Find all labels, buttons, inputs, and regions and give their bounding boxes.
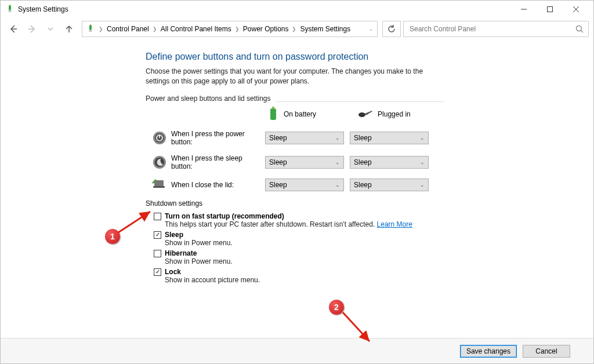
select-value: Sleep — [269, 181, 287, 189]
sleep-icon — [151, 155, 168, 169]
search-icon[interactable] — [575, 25, 584, 33]
column-label: Plugged in — [378, 110, 411, 118]
select-value: Sleep — [354, 134, 372, 142]
checkbox-desc: This helps start your PC faster after sh… — [165, 220, 377, 228]
battery-icon — [267, 107, 279, 122]
refresh-button[interactable] — [382, 21, 401, 37]
up-button[interactable] — [61, 21, 77, 37]
chevron-down-icon: ⌄ — [335, 182, 340, 188]
setting-row-power-button: When I press the power button: Sleep ⌄ S… — [146, 130, 447, 146]
chevron-down-icon: ⌄ — [420, 135, 425, 141]
sleep-button-battery-select[interactable]: Sleep ⌄ — [265, 156, 344, 169]
sleep-checkbox[interactable]: ✓ — [154, 231, 161, 239]
checkbox-lock: ✓ Lock Show in account picture menu. — [154, 268, 593, 284]
minimize-button[interactable] — [510, 1, 537, 17]
svg-line-11 — [581, 31, 584, 33]
fast-startup-checkbox[interactable] — [154, 213, 161, 220]
recent-locations-button[interactable] — [42, 21, 59, 37]
select-value: Sleep — [354, 181, 372, 189]
forward-button[interactable] — [24, 21, 40, 37]
chevron-down-icon: ⌄ — [420, 182, 425, 188]
breadcrumb-item[interactable]: All Control Panel Items — [161, 25, 231, 33]
svg-rect-1 — [9, 5, 10, 6]
save-button[interactable]: Save changes — [460, 345, 517, 358]
window-controls — [510, 1, 589, 17]
column-on-battery: On battery — [267, 107, 316, 122]
chevron-right-icon[interactable]: ❯ — [153, 26, 157, 32]
content-area: Define power buttons and turn on passwor… — [1, 41, 593, 363]
address-bar[interactable]: ❯ Control Panel ❯ All Control Panel Item… — [82, 21, 378, 37]
select-value: Sleep — [269, 134, 287, 142]
close-lid-battery-select[interactable]: Sleep ⌄ — [265, 179, 344, 191]
chevron-right-icon[interactable]: ❯ — [292, 26, 296, 32]
chevron-down-icon: ⌄ — [335, 135, 340, 141]
plug-icon — [357, 110, 373, 119]
svg-point-14 — [358, 112, 365, 117]
search-input[interactable] — [408, 24, 575, 34]
chevron-down-icon: ⌄ — [420, 159, 425, 165]
chevron-down-icon: ⌄ — [335, 159, 340, 165]
hibernate-checkbox[interactable] — [154, 250, 161, 257]
checkbox-desc: Show in Power menu. — [165, 239, 233, 247]
checkbox-desc: Show in account picture menu. — [165, 276, 260, 284]
checkbox-title: Turn on fast startup (recommended) — [165, 212, 412, 220]
svg-rect-12 — [270, 108, 276, 120]
close-button[interactable] — [563, 1, 589, 17]
learn-more-link[interactable]: Learn More — [377, 220, 412, 228]
cancel-label: Cancel — [535, 347, 557, 355]
checkbox-title: Hibernate — [165, 249, 233, 257]
page-heading: Define power buttons and turn on passwor… — [146, 52, 593, 62]
save-label: Save changes — [466, 347, 510, 355]
app-icon — [5, 5, 15, 14]
power-button-battery-select[interactable]: Sleep ⌄ — [265, 132, 344, 144]
svg-rect-9 — [90, 24, 91, 26]
laptop-icon — [151, 179, 168, 191]
search-box[interactable] — [403, 21, 589, 37]
sleep-button-plugged-select[interactable]: Sleep ⌄ — [350, 156, 429, 169]
close-lid-plugged-select[interactable]: Sleep ⌄ — [350, 179, 429, 191]
setting-row-close-lid: When I close the lid: Sleep ⌄ Sleep ⌄ — [146, 179, 447, 191]
setting-row-sleep-button: When I press the sleep button: Sleep ⌄ S… — [146, 154, 447, 170]
svg-point-10 — [577, 26, 582, 31]
page-subtext: Choose the power settings that you want … — [146, 67, 447, 86]
checkbox-sleep: ✓ Sleep Show in Power menu. — [154, 231, 593, 247]
svg-rect-3 — [547, 7, 552, 12]
select-value: Sleep — [354, 158, 372, 166]
checkbox-title: Lock — [165, 268, 260, 276]
battery-icon — [86, 24, 95, 34]
breadcrumb-item[interactable]: Control Panel — [107, 25, 149, 33]
chevron-down-icon[interactable]: ⌄ — [369, 26, 374, 32]
power-icon — [151, 131, 168, 145]
svg-rect-0 — [9, 5, 11, 10]
back-button[interactable] — [5, 21, 21, 37]
chevron-right-icon[interactable]: ❯ — [235, 26, 240, 32]
svg-rect-13 — [272, 107, 274, 109]
power-sleep-group: Power and sleep buttons and lid settings… — [146, 94, 447, 191]
breadcrumb-item[interactable]: System Settings — [300, 25, 350, 33]
chevron-right-icon[interactable]: ❯ — [99, 26, 103, 32]
window-title: System Settings — [18, 5, 68, 13]
footer: Save changes Cancel — [1, 338, 593, 363]
row-label: When I close the lid: — [171, 181, 265, 189]
maximize-button[interactable] — [537, 1, 563, 17]
lock-checkbox[interactable]: ✓ — [154, 268, 161, 276]
breadcrumb-item[interactable]: Power Options — [243, 25, 289, 33]
cancel-button[interactable]: Cancel — [523, 345, 570, 358]
column-plugged-in: Plugged in — [357, 110, 411, 119]
svg-rect-8 — [89, 25, 92, 30]
svg-rect-22 — [153, 186, 165, 188]
power-button-plugged-select[interactable]: Sleep ⌄ — [350, 132, 429, 144]
column-label: On battery — [284, 110, 316, 118]
checkbox-desc: Show in Power menu. — [165, 257, 233, 265]
checkbox-hibernate: Hibernate Show in Power menu. — [154, 249, 593, 265]
checkbox-fast-startup: Turn on fast startup (recommended) This … — [154, 212, 593, 228]
toolbar: ❯ Control Panel ❯ All Control Panel Item… — [1, 18, 593, 40]
row-label: When I press the sleep button: — [171, 154, 265, 170]
titlebar: System Settings — [1, 1, 593, 18]
checkbox-title: Sleep — [165, 231, 233, 239]
row-label: When I press the power button: — [171, 130, 265, 146]
select-value: Sleep — [269, 158, 287, 166]
shutdown-section-label: Shutdown settings — [146, 199, 593, 208]
